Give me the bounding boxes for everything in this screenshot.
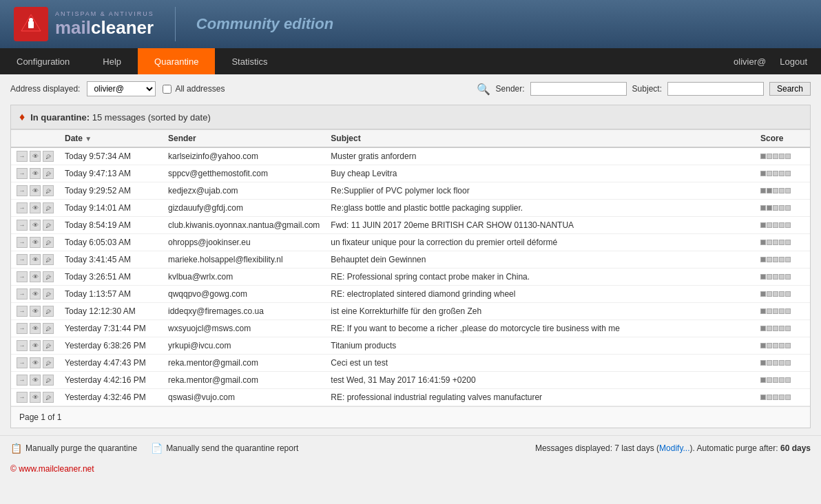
release-icon[interactable]: → <box>17 392 28 403</box>
all-addresses-checkbox[interactable] <box>163 85 172 94</box>
view-icon[interactable]: 👁 <box>30 237 41 248</box>
filter-icon[interactable]: ⌮ <box>43 237 54 248</box>
release-icon[interactable]: → <box>17 254 28 265</box>
row-subject[interactable]: ist eine Korrekturhilfe für den großen Z… <box>325 303 755 320</box>
filter-icon[interactable]: ⌮ <box>43 375 54 386</box>
address-select[interactable]: olivier@ <box>87 81 156 96</box>
filter-icon[interactable]: ⌮ <box>43 288 54 300</box>
score-dot <box>779 188 784 193</box>
view-icon[interactable]: 👁 <box>30 202 41 213</box>
score-dot <box>785 343 791 348</box>
filter-icon[interactable]: ⌮ <box>43 340 54 351</box>
row-date: Today 9:47:13 AM <box>59 165 163 182</box>
view-icon[interactable]: 👁 <box>30 151 41 162</box>
filter-icon[interactable]: ⌮ <box>43 202 54 213</box>
row-subject[interactable]: RE: Professional spring contact probe ma… <box>325 269 755 286</box>
view-icon[interactable]: 👁 <box>30 375 41 386</box>
row-subject[interactable]: RE: electroplated sintered diamond grind… <box>325 286 755 303</box>
release-icon[interactable]: → <box>17 288 28 300</box>
release-icon[interactable]: → <box>17 185 28 196</box>
view-icon[interactable]: 👁 <box>30 357 41 368</box>
subject-input[interactable] <box>667 82 764 96</box>
current-user: olivier@ <box>734 56 766 67</box>
release-icon[interactable]: → <box>17 357 28 368</box>
nav-item-statistics[interactable]: Statistics <box>215 48 284 74</box>
subject-label: Subject: <box>632 84 662 94</box>
col-header-date[interactable]: Date ▼ <box>59 130 163 148</box>
view-icon[interactable]: 👁 <box>30 220 41 231</box>
view-icon[interactable]: 👁 <box>30 185 41 196</box>
row-subject[interactable]: test Wed, 31 May 2017 16:41:59 +0200 <box>325 372 755 389</box>
row-subject[interactable]: Muster gratis anfordern <box>325 147 755 165</box>
release-icon[interactable]: → <box>17 220 28 231</box>
search-button[interactable]: Search <box>769 82 811 96</box>
sender-input[interactable] <box>530 82 627 96</box>
row-date: Yesterday 4:32:46 PM <box>59 389 163 406</box>
row-subject[interactable]: Re:glass bottle and plastic bottle packa… <box>325 200 755 217</box>
release-icon[interactable]: → <box>17 375 28 386</box>
view-icon[interactable]: 👁 <box>30 288 41 300</box>
nav-item-quarantine[interactable]: Quarantine <box>138 48 215 74</box>
row-score <box>755 303 810 320</box>
filter-icon[interactable]: ⌮ <box>43 392 54 403</box>
filter-icon[interactable]: ⌮ <box>43 220 54 231</box>
purge-link[interactable]: 📋 Manually purge the quarantine <box>10 443 137 454</box>
score-dot <box>779 291 784 297</box>
view-icon[interactable]: 👁 <box>30 168 41 179</box>
row-subject[interactable]: un fixateur unique pour la correction du… <box>325 234 755 251</box>
score-dot <box>779 222 784 228</box>
view-icon[interactable]: 👁 <box>30 392 41 403</box>
table-row: → 👁 ⌮ Today 3:26:51 AMkvlbua@wrlx.comRE:… <box>11 269 810 286</box>
logo-cleaner: cleaner <box>91 17 154 39</box>
row-subject[interactable]: RE: professional industrial regulating v… <box>325 389 755 406</box>
filter-icon[interactable]: ⌮ <box>43 185 54 196</box>
logo-text: ANTISPAM & ANTIVIRUS mail cleaner <box>55 10 154 39</box>
row-date: Today 6:05:03 AM <box>59 234 163 251</box>
row-subject[interactable]: Re:Supplier of PVC polymer lock floor <box>325 182 755 200</box>
release-icon[interactable]: → <box>17 202 28 213</box>
nav-item-help[interactable]: Help <box>86 48 138 74</box>
view-icon[interactable]: 👁 <box>30 306 41 317</box>
row-subject[interactable]: RE: If you want to become a richer ,plea… <box>325 320 755 337</box>
filter-icon[interactable]: ⌮ <box>43 151 54 162</box>
website-link[interactable]: © www.mailcleaner.net <box>10 464 94 474</box>
score-dot <box>760 326 766 331</box>
logout-button[interactable]: Logout <box>780 56 807 67</box>
row-subject[interactable]: Behauptet dein Gewinnen <box>325 251 755 269</box>
modify-link[interactable]: Modify... <box>659 443 689 453</box>
release-icon[interactable]: → <box>17 323 28 334</box>
filter-icon[interactable]: ⌮ <box>43 254 54 265</box>
row-subject[interactable]: Titanium products <box>325 337 755 355</box>
view-icon[interactable]: 👁 <box>30 323 41 334</box>
release-icon[interactable]: → <box>17 151 28 162</box>
quarantine-panel: ♦ In quarantine: 15 messages (sorted by … <box>10 105 811 428</box>
view-icon[interactable]: 👁 <box>30 340 41 351</box>
row-subject[interactable]: Buy cheap Levitra <box>325 165 755 182</box>
score-dot <box>767 274 772 280</box>
filter-icon[interactable]: ⌮ <box>43 168 54 179</box>
col-header-subject: Subject <box>325 130 755 148</box>
view-icon[interactable]: 👁 <box>30 271 41 282</box>
filter-icon[interactable]: ⌮ <box>43 306 54 317</box>
nav-item-configuration[interactable]: Configuration <box>0 48 86 74</box>
view-icon[interactable]: 👁 <box>30 254 41 265</box>
release-icon[interactable]: → <box>17 271 28 282</box>
release-icon[interactable]: → <box>17 168 28 179</box>
row-subject[interactable]: Ceci est un test <box>325 355 755 372</box>
row-subject[interactable]: Fwd: 11 JUIN 2017 20eme BRITISH CAR SHOW… <box>325 217 755 234</box>
send-report-link[interactable]: 📄 Manually send the quarantine report <box>151 443 298 454</box>
score-dot <box>773 240 778 245</box>
release-icon[interactable]: → <box>17 340 28 351</box>
quarantine-header: ♦ In quarantine: 15 messages (sorted by … <box>11 105 810 129</box>
release-icon[interactable]: → <box>17 237 28 248</box>
filter-icon[interactable]: ⌮ <box>43 323 54 334</box>
score-dot <box>760 308 766 314</box>
auto-purge-label: Automatic purge after: <box>697 443 778 453</box>
score-dot <box>779 395 784 400</box>
filter-icon[interactable]: ⌮ <box>43 357 54 368</box>
release-icon[interactable]: → <box>17 306 28 317</box>
filter-icon[interactable]: ⌮ <box>43 271 54 282</box>
score-dot <box>785 291 791 297</box>
score-dot <box>773 395 778 400</box>
row-sender: gizdauufy@gfdj.com <box>163 200 325 217</box>
